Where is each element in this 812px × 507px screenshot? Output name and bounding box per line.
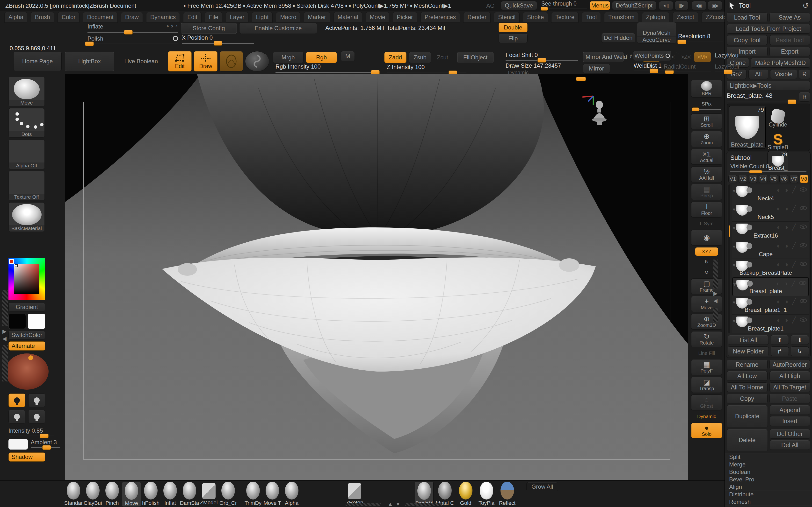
axis-z-button[interactable]: >Z< (678, 52, 694, 62)
del-other-button[interactable]: Del Other (770, 429, 810, 439)
edit-button[interactable]: Edit (168, 51, 192, 71)
brush-orb-cr[interactable]: Orb_Cr (219, 482, 238, 507)
see-through-slider[interactable] (541, 8, 587, 9)
union-icon[interactable]: ◐ (777, 224, 780, 231)
light-1-button[interactable] (8, 394, 26, 407)
brush-alpha[interactable]: Alpha (282, 482, 301, 506)
brush-damsta[interactable]: DamSta (180, 482, 199, 507)
light-position-dot[interactable] (28, 355, 33, 360)
z-intensity-control[interactable]: Z Intensity 100 (387, 64, 466, 73)
menu-item[interactable]: Material (334, 12, 362, 23)
visibility-tab-v6[interactable]: V6 (779, 175, 788, 183)
list-all-button[interactable]: List All (728, 335, 769, 345)
dynamesh-button[interactable]: DynaMesh (643, 30, 671, 36)
tool-name-control[interactable]: Breast_plate. 48 R (727, 92, 810, 103)
material-gold[interactable]: Gold (456, 482, 475, 507)
polypaint-brush-icon[interactable]: ╱ (792, 186, 796, 194)
left-tile-alpha-off[interactable]: Alpha Off (8, 139, 45, 169)
copy-subtool-button[interactable]: Copy (727, 394, 767, 403)
zoom-button[interactable]: ⊕Zoom (691, 131, 722, 147)
subpalette-header[interactable]: Split (725, 453, 812, 461)
right-scroll-hatch[interactable] (713, 260, 718, 288)
simple-brush-thumbnail[interactable]: S SimpleB (767, 128, 788, 150)
subpalette-header[interactable]: Bevel Pro (725, 475, 812, 483)
light-4-button[interactable] (28, 410, 45, 424)
zcut-button[interactable]: Zcut (434, 52, 451, 62)
difference-icon[interactable]: ◑ (784, 205, 788, 213)
dynamic-button[interactable]: Dynamic (691, 412, 722, 421)
visible-count-slider[interactable] (730, 171, 806, 172)
difference-icon[interactable]: ◑ (784, 224, 788, 231)
menu-item[interactable]: Light (252, 12, 272, 23)
left-tile-basicmaterial[interactable]: BasicMaterial (8, 202, 45, 232)
subtool-row-breast_plate[interactable]: ▾◐◑╱Breast_plate (732, 277, 809, 296)
brush-inflat[interactable]: Inflat (161, 482, 180, 507)
radial-count-slider[interactable] (664, 71, 711, 72)
subpalette-header[interactable]: Remesh (725, 498, 812, 506)
menu-item[interactable]: Stencil (494, 12, 520, 23)
right-scroll-hatch2[interactable] (713, 308, 718, 322)
shadow-button[interactable]: Shadow (8, 452, 45, 462)
visibility-eye-icon[interactable] (800, 299, 807, 303)
brush-trimdy[interactable]: TrimDy (244, 482, 262, 506)
duplicate-button[interactable]: Duplicate (727, 405, 768, 427)
intensity-control[interactable]: Intensity 0.85 (8, 427, 52, 436)
ambient-control[interactable]: Ambient 3 (31, 439, 60, 448)
weld-dist-slider[interactable] (633, 70, 677, 71)
visible-count-control[interactable]: Visible Count 8 (728, 162, 809, 175)
menu-item[interactable]: Zscript (672, 12, 698, 23)
menu-item[interactable]: Document (83, 12, 117, 23)
left-scroll-hatch2[interactable] (2, 345, 8, 382)
expand-icon[interactable]: ▾ (733, 244, 735, 249)
menu-item[interactable]: Transform (604, 12, 639, 23)
union-icon[interactable]: ◐ (777, 298, 780, 305)
left-tile-texture-off[interactable]: Texture Off (8, 171, 45, 201)
copy-tool-button[interactable]: Copy Tool (727, 35, 767, 45)
visible-button[interactable]: Visible (770, 69, 797, 79)
spix-slider[interactable] (692, 109, 721, 110)
make-polymesh3d-button[interactable]: Make PolyMesh3D (751, 58, 810, 68)
mrgb-button[interactable]: Mrgb (272, 52, 304, 63)
union-icon[interactable]: ◐ (777, 205, 780, 213)
rgb-intensity-control[interactable]: Rgb Intensity 100 (275, 63, 379, 73)
menu-item[interactable]: Color (57, 12, 80, 23)
bottom-scroll-up-icon[interactable]: ▲ (388, 501, 393, 507)
move-into-folder-button[interactable]: ↳ (791, 346, 809, 356)
menu-item[interactable]: Dynamics (146, 12, 180, 23)
main-color-swatch[interactable] (8, 314, 26, 329)
light-placement-sphere[interactable] (5, 353, 49, 390)
x-position-control[interactable]: X Position 0 (182, 34, 254, 44)
difference-icon[interactable]: ◑ (784, 242, 788, 249)
delete-button[interactable]: Delete (727, 429, 768, 451)
mirror-and-weld-button[interactable]: Mirror And Weld (583, 52, 623, 62)
left-tile-move[interactable]: Move (8, 77, 45, 106)
lazy-radius-slider[interactable] (715, 71, 739, 72)
subpalette-header[interactable]: Boolean (725, 468, 812, 475)
alternate-button[interactable]: Alternate (8, 341, 45, 350)
tool-name-slider[interactable] (727, 101, 797, 102)
difference-icon[interactable]: ◑ (784, 186, 788, 194)
menu-item[interactable]: Preferences (420, 12, 460, 23)
actual-button[interactable]: ×1Actual (691, 149, 722, 165)
draw-button[interactable]: Draw (194, 51, 217, 71)
inflate-control[interactable]: Inflate x y z (88, 23, 178, 33)
subtool-scrollbar[interactable] (728, 184, 730, 333)
local-lock-icon-button[interactable]: ◉ (691, 230, 722, 245)
color-picker[interactable] (8, 258, 45, 300)
load-tool-button[interactable]: Load Tool (727, 12, 767, 22)
menu-item[interactable]: Layer (226, 12, 248, 23)
difference-icon[interactable]: ◑ (784, 280, 788, 287)
fill-object-button[interactable]: FillObject (457, 52, 494, 63)
subpalette-header[interactable]: Distribute (725, 491, 812, 498)
resolution-control[interactable]: Resolution 8 (678, 33, 723, 42)
ambient-slider[interactable] (31, 447, 60, 448)
polypaint-brush-icon[interactable]: ╱ (792, 261, 796, 268)
menu-item[interactable]: Movie (366, 12, 389, 23)
light-3-button[interactable] (8, 410, 26, 424)
subpalette-header[interactable]: Align (725, 483, 812, 491)
active-tool-thumbnail[interactable]: 79 Breast_plate (729, 106, 766, 149)
visibility-eye-icon[interactable] (800, 318, 807, 322)
lazy-mouse-button[interactable]: LazyMou (715, 52, 738, 59)
bottom-scroll-hatch2[interactable] (405, 503, 442, 506)
rgb-button[interactable]: Rgb (306, 52, 337, 63)
